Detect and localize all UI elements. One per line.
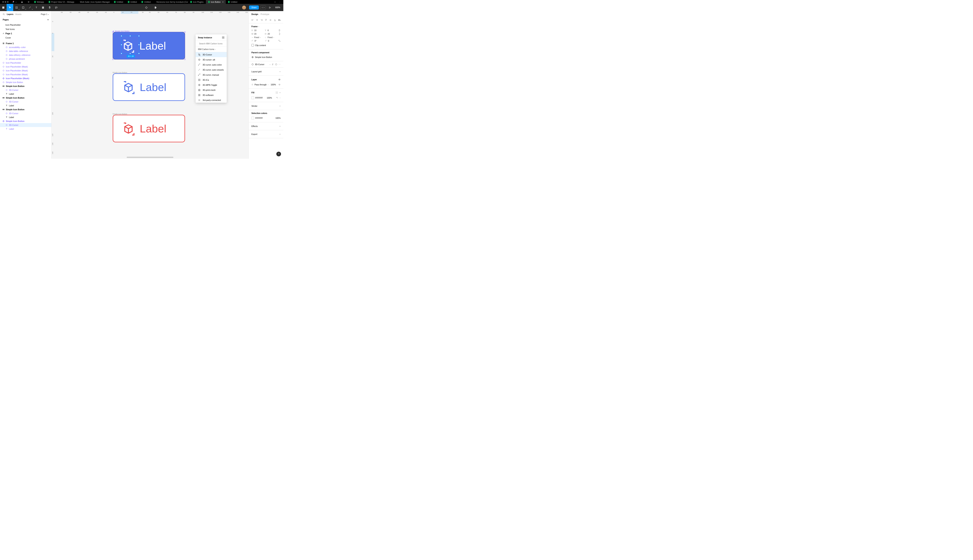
add-fill[interactable]: + [279,92,281,94]
zoom-level[interactable]: 600% [274,7,281,8]
new-tab-button[interactable]: + [273,1,278,3]
align-right[interactable] [259,18,264,22]
visibility-icon[interactable] [278,83,281,86]
search-icon[interactable] [3,13,5,15]
layer-row[interactable]: phrase-sentiment [0,57,51,61]
page-selector[interactable]: Page 1▴ [41,13,48,15]
swap-instance-item[interactable]: 3D-curve--manual [196,72,227,77]
file-tab[interactable]: Untitled [112,0,125,4]
detach-icon[interactable] [275,63,277,65]
w-field[interactable]: W20 [251,33,263,35]
layer-row[interactable]: data-table--reference [0,49,51,53]
share-button[interactable]: Share [249,5,259,10]
comment-tool[interactable] [53,4,60,11]
text-tool[interactable] [33,4,40,11]
dev-mode-button[interactable] [260,5,266,10]
menu-button[interactable]: ▾ [10,0,19,4]
move-tool[interactable] [7,4,13,11]
file-tab[interactable]: Untitled [139,0,153,4]
absolute-position-icon[interactable] [278,29,281,32]
align-bottom[interactable] [273,18,277,22]
align-top[interactable] [264,18,268,22]
swap-instance-item[interactable]: 3D-Cursor [196,52,227,57]
component-controls[interactable] [143,4,150,11]
parent-component-link[interactable]: Simple Icon Button [251,55,281,59]
shape-tool[interactable] [20,4,27,11]
swap-instance-item[interactable]: 3D-cursor--alt [196,57,227,62]
swap-instance-item[interactable]: 3D-curve--auto-vessels [196,67,227,72]
layer-row[interactable]: Simple Icon Button [0,80,51,84]
swap-instance-item[interactable]: 3D-software [196,93,227,98]
mask-toggle[interactable] [152,4,159,11]
sel-color-opacity[interactable]: 100% [275,117,281,119]
h-resize[interactable]: ↔Fixed▾ [251,36,263,38]
grid-view-icon[interactable] [222,37,224,39]
radius-field[interactable]: 0 [265,40,277,42]
align-left[interactable] [251,18,255,22]
clip-content-checkbox[interactable]: Clip content [251,44,266,47]
window-controls[interactable] [1,1,10,3]
layer-row[interactable]: Icon Placeholder (Mask) [0,77,51,80]
hidden-icon[interactable] [276,97,278,99]
canvas-button-instance[interactable]: Label [113,73,185,101]
present-button[interactable] [267,5,273,10]
add-export[interactable]: + [279,133,281,135]
swap-instance-item[interactable]: 3D-MPR-Toggle [196,82,227,88]
independent-corners-icon[interactable] [278,40,281,42]
style-icon[interactable] [276,92,278,94]
rotation-field[interactable]: 0° [251,40,263,42]
layer-row[interactable]: 3D-Cursor [0,88,51,92]
resources-tool[interactable] [40,4,46,11]
page-item[interactable]: Test Icons [0,27,51,31]
layer-row[interactable]: Simple Icon Button [0,119,51,123]
swap-instance-item[interactable]: 3D-curve--auto-colon [196,62,227,67]
more-icon[interactable]: ⋯ [279,63,281,65]
page-item[interactable]: Page 1 [0,31,51,36]
h-field[interactable]: H20 [265,33,277,35]
sel-color-swatch[interactable] [251,117,254,119]
align-hcenter[interactable] [255,18,259,22]
canvas-button-instance[interactable]: Label [113,115,185,142]
layers-tab[interactable]: Layers [7,13,13,15]
prototype-tab[interactable]: Prototype [261,13,269,15]
help-button[interactable]: ? [276,152,281,156]
align-vcenter[interactable] [268,18,273,22]
layer-row[interactable]: Icon Placeholder [0,61,51,65]
file-tab[interactable]: Work Suite | Icon System Manager [77,0,112,4]
layer-row[interactable]: Icon Placeholder (Mask) [0,65,51,68]
user-avatar[interactable] [242,6,246,10]
file-tab[interactable]: Project View V2 – Webapp [46,0,77,4]
layer-row[interactable]: data-refinery--reference [0,53,51,57]
add-effect[interactable]: + [279,125,281,127]
fill-opacity[interactable]: 100% [267,97,272,99]
main-menu[interactable] [0,4,7,11]
add-stroke[interactable]: + [279,105,281,107]
add-layout-grid[interactable]: + [279,70,281,73]
page-item[interactable]: Icon Placeholder [0,23,51,27]
swap-instance-item[interactable]: 3rd-party-connected [196,98,227,103]
constrain-proportions-icon[interactable] [278,33,281,35]
scrollbar-horizontal[interactable] [127,157,173,158]
swap-icon[interactable] [271,63,274,65]
layer-row[interactable]: Label [0,127,51,131]
pen-tool[interactable] [27,4,33,11]
layer-row[interactable]: Simple Icon Button [0,108,51,112]
layer-row[interactable]: Simple Icon Button [0,84,51,88]
layer-row[interactable]: Label [0,92,51,96]
file-tab[interactable]: Untitled [125,0,139,4]
layer-row[interactable]: Label [0,103,51,108]
layer-row[interactable]: Label [0,115,51,119]
instance-dropdown[interactable]: 3D-Cursor [255,63,269,65]
x-field[interactable]: X10 [251,29,263,32]
layer-row[interactable]: Icon Placeholder (Mask) [0,68,51,73]
blend-icon[interactable] [278,78,281,81]
swap-instance-item[interactable]: 3D-print-mesh [196,88,227,93]
file-tab[interactable]: Icon Button× [206,0,226,4]
v-resize[interactable]: ↕Fixed▾ [265,36,277,38]
layer-row[interactable]: 3D-Cursor [0,112,51,115]
layer-row[interactable]: Icon Placeholder (Mask) [0,73,51,77]
fill-hex[interactable]: FFFFFF [255,97,263,99]
sel-color-hex[interactable]: FFFFFF [255,117,263,119]
layer-row[interactable]: 3D-Cursor [0,123,51,127]
layer-row[interactable]: Frame 1 [0,42,51,45]
